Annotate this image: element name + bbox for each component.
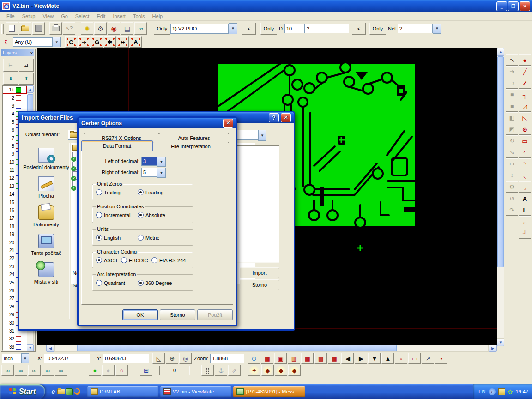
ok-button[interactable]: OK xyxy=(122,309,158,320)
layer-swap-button[interactable]: ⇄ xyxy=(19,59,34,72)
radio-icon-selected[interactable] xyxy=(96,235,102,241)
quicklaunch-book-icon[interactable] xyxy=(65,388,73,396)
draw-tool-button[interactable]: L xyxy=(519,205,531,216)
radio-icon-selected[interactable] xyxy=(96,257,102,263)
edit-tool-button[interactable]: ↦ xyxy=(506,158,518,169)
draw-tool-button[interactable]: ┐ xyxy=(519,89,531,100)
net-combo-arrow[interactable]: ▼ xyxy=(433,24,441,34)
view-filter-button[interactable]: ∞ xyxy=(1,365,14,376)
taskbar-task-messenger[interactable]: [191-482-091] - Mess... xyxy=(233,386,305,397)
y-coordinate-field[interactable]: 0.690643 xyxy=(103,354,149,363)
draw-tool-button[interactable]: ┘ xyxy=(519,228,531,239)
look-in-combo-arrow[interactable]: ▼ xyxy=(258,130,266,141)
radio-icon[interactable] xyxy=(96,280,102,286)
aperture-type-button[interactable]: ⬌ xyxy=(117,36,129,48)
places-bar-item[interactable]: Dokumenty xyxy=(23,205,69,227)
view-grid-button[interactable]: ▤ xyxy=(314,353,327,364)
view-grid-button[interactable]: ▣ xyxy=(274,353,287,364)
edit-tool-button[interactable]: ◧ xyxy=(506,112,518,123)
view-grid-button[interactable]: ▦ xyxy=(328,353,340,364)
radio-quadrant[interactable]: Quadrant xyxy=(96,280,125,286)
dcode-filter-field[interactable]: ? xyxy=(305,24,349,33)
radio-icon-selected[interactable] xyxy=(138,212,144,218)
context-help-button[interactable]: ↖? xyxy=(63,22,75,35)
gerber-dialog-titlebar[interactable]: Gerber Options ✕ xyxy=(79,118,236,128)
tile-windows-button[interactable]: ⊞ xyxy=(140,365,152,376)
aperture-type-button[interactable]: ✱ xyxy=(104,36,116,48)
layer-row[interactable]: 2 xyxy=(3,94,27,102)
start-button[interactable]: Start xyxy=(0,384,45,399)
highlight-mode-button[interactable]: ● xyxy=(89,365,101,376)
pad-display-button[interactable]: ◆ xyxy=(288,365,301,376)
taskbar-task-viewmate[interactable]: V2.bin - ViewMate xyxy=(160,386,231,397)
storno-button[interactable]: Storno xyxy=(160,309,195,320)
view-grid-button[interactable]: ▲ xyxy=(381,353,394,364)
language-indicator[interactable]: EN xyxy=(478,389,485,394)
quicklaunch-ie-icon[interactable]: e xyxy=(49,388,57,396)
minimize-button[interactable]: _ xyxy=(496,1,507,11)
layer-move-up-button[interactable]: ⬆ xyxy=(19,73,34,85)
open-file-button[interactable] xyxy=(19,22,31,35)
edit-tool-button[interactable]: ↺ xyxy=(506,193,518,204)
view-filter-button[interactable]: ∞ xyxy=(15,365,27,376)
radio-icon-selected[interactable] xyxy=(138,280,144,286)
places-bar-item[interactable]: Poslední dokumenty xyxy=(23,148,69,170)
left-decimal-combo-arrow[interactable]: ▼ xyxy=(157,157,166,167)
canvas-hscrollbar[interactable]: ◀ ▶ xyxy=(46,345,497,352)
menu-item[interactable]: Help xyxy=(149,12,167,20)
menu-item[interactable]: Setup xyxy=(18,12,39,20)
draw-tool-button[interactable]: ▭ xyxy=(519,135,531,146)
edit-tool-button[interactable]: ↘ xyxy=(506,147,518,158)
highlight-mode-button[interactable]: ● xyxy=(102,365,115,376)
menu-item[interactable]: Select xyxy=(72,12,93,20)
places-bar-item[interactable]: Plocha xyxy=(23,176,69,199)
x-coordinate-field[interactable]: -0.942237 xyxy=(44,354,90,363)
radio-ascii[interactable]: ASCII xyxy=(96,257,117,263)
toolbar-grip[interactable] xyxy=(519,50,529,52)
dcode-value-field[interactable]: 10 xyxy=(284,24,305,33)
view-tool-button[interactable]: ▤ xyxy=(121,22,133,35)
coordinate-mode-button[interactable]: ⊕ xyxy=(166,353,178,364)
draw-tool-button[interactable]: ◞ xyxy=(519,181,531,193)
aperture-type-button[interactable]: ➜ xyxy=(78,36,90,48)
relative-move-button[interactable]: ⇗ xyxy=(228,365,241,376)
net-combo[interactable]: ? xyxy=(398,24,433,33)
edit-tool-button[interactable]: ■ xyxy=(506,101,518,112)
view-tool-button[interactable]: ∞ xyxy=(134,22,147,35)
layer-row[interactable]: 3 xyxy=(3,102,27,110)
edit-tool-button[interactable]: ◩ xyxy=(506,124,518,135)
radio-metric[interactable]: Metric xyxy=(138,235,159,241)
aperture-type-button[interactable]: A xyxy=(130,36,142,48)
menu-item[interactable]: View xyxy=(39,12,57,20)
view-grid-button[interactable]: ▪ xyxy=(435,353,447,364)
canvas-vscrollbar[interactable]: ▲ ▼ xyxy=(497,48,504,345)
coordinate-mode-button[interactable]: ◎ xyxy=(179,353,192,364)
highlight-mode-button[interactable]: ○ xyxy=(115,365,128,376)
new-file-button[interactable] xyxy=(6,22,18,35)
radio-icon[interactable] xyxy=(96,212,102,218)
vscroll-up-icon[interactable]: ▲ xyxy=(497,48,504,56)
draw-tool-button[interactable]: ◿ xyxy=(519,101,531,112)
tray-collapse-icon[interactable]: ‹ xyxy=(489,388,496,395)
tab-auto-features[interactable]: Auto Features xyxy=(159,133,229,142)
draw-tool-button[interactable]: ● xyxy=(519,54,531,66)
tray-notes-icon[interactable] xyxy=(498,388,505,395)
layer-row[interactable]: 32 xyxy=(3,335,27,343)
layer-color-swatch[interactable] xyxy=(16,87,21,93)
layer-scroll-up-icon[interactable]: ▲ xyxy=(27,85,34,93)
menu-item[interactable]: Edit xyxy=(93,12,109,20)
import-dialog-close-button[interactable]: ✕ xyxy=(281,113,291,122)
layer-scroll-down-icon[interactable]: ▼ xyxy=(27,344,34,351)
menu-item[interactable]: Tools xyxy=(129,12,149,20)
menu-item[interactable]: File xyxy=(3,12,18,20)
view-grid-button[interactable]: ▫ xyxy=(395,353,407,364)
view-grid-button[interactable]: ▦ xyxy=(261,353,273,364)
toolbar-grip[interactable] xyxy=(506,50,516,52)
apply-button[interactable]: Použít xyxy=(197,309,233,320)
radio-incremental[interactable]: Incremental xyxy=(96,212,130,218)
prev-net-button[interactable]: < xyxy=(352,23,366,35)
draw-tool-button[interactable]: ⊙ xyxy=(519,124,531,135)
places-bar-item[interactable]: Tento počítač xyxy=(23,234,69,256)
pad-display-button[interactable]: ◆ xyxy=(261,365,274,376)
layer-color-swatch[interactable] xyxy=(16,103,21,109)
